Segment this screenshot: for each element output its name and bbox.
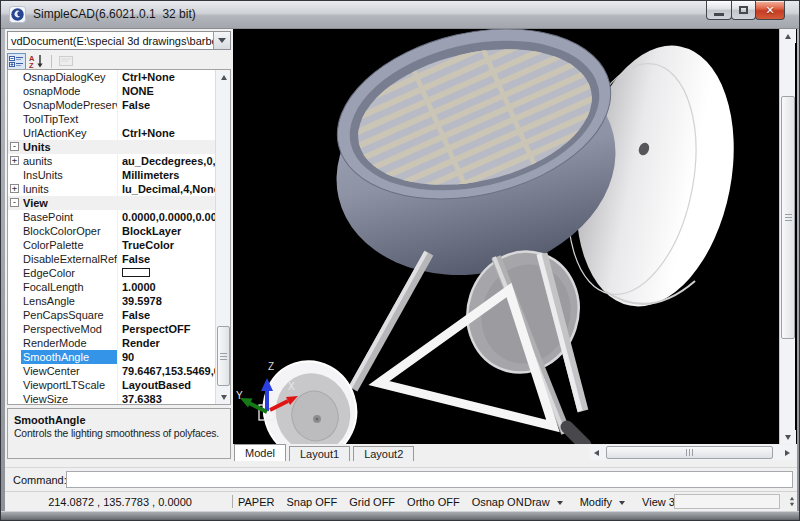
property-name[interactable]: InsUnits — [21, 168, 117, 182]
property-name[interactable]: OsnapDialogKey — [21, 70, 117, 84]
scroll-up-button[interactable] — [216, 70, 231, 84]
property-row[interactable]: ViewCenter79.6467,153.5469,0. — [8, 364, 215, 378]
property-name[interactable]: OsnapModePreserve — [21, 98, 117, 112]
property-value[interactable]: Ctrl+None — [117, 126, 215, 140]
property-name[interactable]: DisableExternalRefer — [21, 252, 117, 266]
property-row[interactable]: DisableExternalReferFalse — [8, 252, 215, 266]
property-category-row[interactable]: -Units — [8, 140, 215, 154]
property-row[interactable]: LensAngle39.5978 — [8, 294, 215, 308]
status-menu-draw[interactable]: Draw — [524, 496, 563, 508]
status-toggle-ortho-off[interactable]: Ortho OFF — [407, 496, 460, 508]
property-row[interactable]: +lunitslu_Decimal,4,None — [8, 182, 215, 196]
property-row[interactable]: PerspectiveModPerspectOFF — [8, 322, 215, 336]
property-row[interactable]: UrlActionKeyCtrl+None — [8, 126, 215, 140]
property-name[interactable]: osnapMode — [21, 84, 117, 98]
property-name[interactable]: SmoothAngle — [21, 350, 117, 364]
property-name[interactable]: RenderMode — [21, 336, 117, 350]
minimize-button[interactable] — [706, 1, 732, 20]
property-value[interactable]: False — [117, 98, 215, 112]
property-value[interactable] — [117, 112, 215, 126]
restore-button[interactable] — [731, 1, 756, 20]
expand-icon[interactable]: + — [10, 184, 19, 193]
property-value[interactable]: 79.6467,153.5469,0. — [117, 364, 215, 378]
property-name[interactable]: ColorPalette — [21, 238, 117, 252]
property-name[interactable]: lunits — [21, 182, 117, 196]
scroll-left-button[interactable] — [589, 445, 604, 460]
property-name[interactable]: Units — [21, 140, 117, 154]
scrollbar-thumb[interactable] — [217, 326, 230, 386]
status-spinner-control[interactable] — [786, 495, 797, 508]
property-value[interactable]: 39.5978 — [117, 294, 215, 308]
property-value[interactable]: au_Decdegrees,0,No — [117, 154, 215, 168]
color-swatch[interactable] — [122, 268, 150, 277]
collapse-icon[interactable]: - — [10, 142, 19, 151]
alphabetical-sort-button[interactable]: A Z — [27, 53, 46, 70]
property-row[interactable]: SmoothAngle90 — [8, 350, 215, 364]
property-row[interactable]: RenderModeRender — [8, 336, 215, 350]
property-name[interactable]: LensAngle — [21, 294, 117, 308]
scroll-down-button[interactable] — [216, 390, 231, 404]
property-row[interactable]: OsnapDialogKeyCtrl+None — [8, 70, 215, 84]
categorized-view-button[interactable] — [7, 53, 26, 70]
tab-model[interactable]: Model — [234, 444, 286, 461]
document-selector-dropdown-button[interactable] — [213, 32, 230, 49]
property-name[interactable]: PenCapsSquare — [21, 308, 117, 322]
property-name[interactable]: View — [21, 196, 117, 210]
property-name[interactable]: FocalLength — [21, 280, 117, 294]
property-row[interactable]: EdgeColor — [8, 266, 215, 280]
property-value[interactable]: Render — [117, 336, 215, 350]
property-name[interactable]: ToolTipText — [21, 112, 117, 126]
scrollbar-thumb[interactable] — [606, 446, 773, 459]
document-selector[interactable]: vdDocument(E:\special 3d drawings\barbec… — [7, 31, 231, 50]
property-value[interactable]: BlockLayer — [117, 224, 215, 238]
property-value[interactable]: False — [117, 252, 215, 266]
tab-layout1[interactable]: Layout1 — [289, 446, 350, 461]
scroll-up-button[interactable] — [780, 29, 796, 43]
scroll-right-button[interactable] — [780, 445, 795, 460]
property-value[interactable]: TrueColor — [117, 238, 215, 252]
property-name[interactable]: PerspectiveMod — [21, 322, 117, 336]
property-name[interactable]: ViewCenter — [21, 364, 117, 378]
property-grid-scrollbar[interactable] — [215, 70, 230, 404]
property-value[interactable]: 90 — [117, 350, 215, 364]
property-row[interactable]: PenCapsSquareFalse — [8, 308, 215, 322]
property-name[interactable]: EdgeColor — [21, 266, 117, 280]
property-value[interactable]: 37.6383 — [117, 392, 215, 405]
close-button[interactable]: ✕ — [755, 1, 785, 20]
property-row[interactable]: BasePoint0.0000,0.0000,0.000 — [8, 210, 215, 224]
property-value[interactable]: False — [117, 308, 215, 322]
property-value[interactable] — [117, 266, 215, 280]
scroll-down-button[interactable] — [780, 430, 796, 444]
status-menu-modify[interactable]: Modify — [580, 496, 625, 508]
property-name[interactable]: BasePoint — [21, 210, 117, 224]
property-row[interactable]: ViewSize37.6383 — [8, 392, 215, 405]
property-value[interactable]: lu_Decimal,4,None — [117, 182, 215, 196]
property-name[interactable]: UrlActionKey — [21, 126, 117, 140]
property-name[interactable]: ViewportLTScale — [21, 378, 117, 392]
drawing-viewport[interactable]: Y Z X — [233, 29, 797, 444]
property-row[interactable]: ToolTipText — [8, 112, 215, 126]
collapse-icon[interactable]: - — [10, 198, 19, 207]
property-row[interactable]: ViewportLTScaleLayoutBased — [8, 378, 215, 392]
property-row[interactable]: osnapModeNONE — [8, 84, 215, 98]
property-value[interactable]: 0.0000,0.0000,0.000 — [117, 210, 215, 224]
status-toggle-osnap-on[interactable]: Osnap ON — [472, 496, 524, 508]
tab-layout2[interactable]: Layout2 — [353, 446, 414, 461]
property-row[interactable]: InsUnitsMillimeters — [8, 168, 215, 182]
property-value[interactable]: Millimeters — [117, 168, 215, 182]
title-bar[interactable]: SimpleCAD(6.6021.0.1 32 bit) ✕ — [1, 1, 800, 29]
property-category-row[interactable]: -View — [8, 196, 215, 210]
viewport-horizontal-scrollbar[interactable] — [589, 445, 795, 460]
property-row[interactable]: BlockColorOperBlockLayer — [8, 224, 215, 238]
property-row[interactable]: +aunitsau_Decdegrees,0,No — [8, 154, 215, 168]
viewport-vertical-scrollbar[interactable] — [779, 29, 795, 444]
property-name[interactable]: ViewSize — [21, 392, 117, 405]
property-value[interactable]: Ctrl+None — [117, 70, 215, 84]
property-name[interactable]: aunits — [21, 154, 117, 168]
property-row[interactable]: FocalLength1.0000 — [8, 280, 215, 294]
viewport-3d-model[interactable]: Y Z X — [233, 29, 797, 444]
property-value[interactable]: 1.0000 — [117, 280, 215, 294]
scrollbar-thumb[interactable] — [781, 96, 795, 339]
property-value[interactable]: LayoutBased — [117, 378, 215, 392]
status-toggle-grid-off[interactable]: Grid OFF — [349, 496, 395, 508]
